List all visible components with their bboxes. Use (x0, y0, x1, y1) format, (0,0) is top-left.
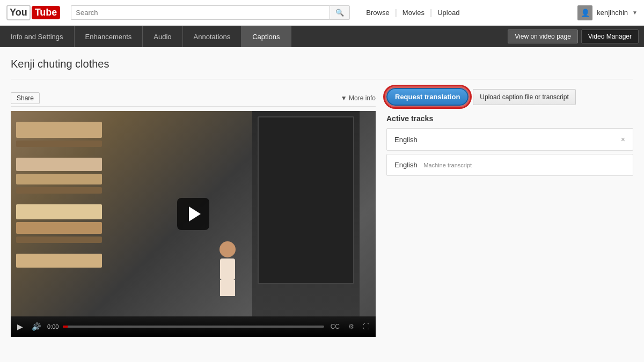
shelf-area (16, 122, 102, 306)
main-content: Kenji chuting clothes Share ▼ More info (0, 47, 644, 348)
play-control-button[interactable]: ▶ (15, 321, 25, 332)
track-info: English (394, 136, 422, 144)
logo: YouTube (6, 5, 60, 20)
video-info-bar: Share ▼ More info (11, 88, 376, 107)
more-info-button[interactable]: ▼ More info (341, 94, 376, 102)
page-title: Kenji chuting clothes (11, 58, 633, 70)
fullscreen-control-button[interactable]: ⛶ (361, 322, 371, 331)
user-area: 👤 kenjihchin ▼ (577, 5, 638, 20)
username: kenjihchin (597, 9, 628, 17)
track-item: English × (386, 128, 633, 151)
tab-enhancements[interactable]: Enhancements (75, 26, 143, 47)
search-button[interactable]: 🔍 (330, 5, 350, 20)
tab-captions[interactable]: Captions (241, 26, 291, 47)
content-area: Share ▼ More info (11, 88, 633, 337)
video-player[interactable] (11, 111, 376, 316)
track-name: English (394, 136, 418, 144)
video-container: Share ▼ More info (11, 88, 376, 337)
progress-fill (63, 326, 68, 328)
play-button-overlay[interactable] (177, 198, 209, 230)
upload-caption-button[interactable]: Upload caption file or transcript (473, 89, 575, 105)
logo-tube: Tube (32, 6, 61, 19)
nav-links: Browse | Movies | Upload (361, 8, 465, 18)
video-controls: ▶ 🔊 0:00 CC ⚙ ⛶ (11, 316, 376, 337)
request-translation-button[interactable]: Request translation (386, 88, 469, 106)
view-on-video-page-button[interactable]: View on video page (508, 29, 578, 43)
tabs-actions: View on video page Video Manager (508, 26, 644, 47)
track-info: English Machine transcript (394, 161, 472, 169)
tab-info-settings[interactable]: Info and Settings (0, 26, 75, 47)
tab-annotations[interactable]: Annotations (183, 26, 242, 47)
play-icon (189, 206, 201, 221)
locker-door (258, 116, 354, 284)
locker-area (252, 111, 360, 316)
title-divider (11, 79, 633, 79)
active-tracks-label: Active tracks (386, 114, 633, 123)
captions-control-button[interactable]: CC (328, 322, 342, 331)
time-display: 0:00 (47, 323, 58, 330)
user-dropdown-icon[interactable]: ▼ (632, 10, 638, 16)
nav-movies[interactable]: Movies (397, 9, 430, 17)
nav-upload[interactable]: Upload (432, 9, 465, 17)
settings-control-button[interactable]: ⚙ (346, 322, 356, 331)
search-bar: 🔍 (71, 5, 350, 20)
tabs-bar: Info and Settings Enhancements Audio Ann… (0, 26, 644, 47)
baby-figure (211, 241, 244, 306)
video-manager-button[interactable]: Video Manager (581, 29, 639, 43)
search-input[interactable] (71, 5, 330, 20)
caption-panel: Request translation Upload caption file … (386, 88, 633, 179)
caption-actions: Request translation Upload caption file … (386, 88, 633, 106)
avatar: 👤 (577, 5, 592, 20)
progress-bar[interactable] (63, 326, 324, 328)
track-name: English (394, 161, 418, 169)
header: YouTube 🔍 Browse | Movies | Upload 👤 ken… (0, 0, 644, 26)
track-close-button[interactable]: × (621, 135, 625, 144)
logo-you: You (6, 5, 31, 20)
track-badge: Machine transcript (423, 162, 472, 168)
tab-audio[interactable]: Audio (143, 26, 182, 47)
nav-browse[interactable]: Browse (361, 9, 394, 17)
volume-control-button[interactable]: 🔊 (30, 321, 43, 332)
share-button[interactable]: Share (11, 92, 40, 104)
track-item: English Machine transcript (386, 154, 633, 176)
